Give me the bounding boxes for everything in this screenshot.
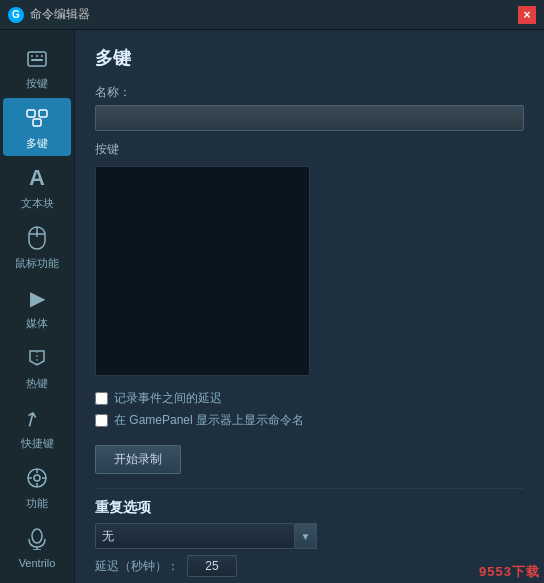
keys-section: 按键 (95, 141, 524, 376)
keys-label: 按键 (95, 141, 524, 158)
title-bar: G 命令编辑器 × (0, 0, 544, 30)
hotkey-icon (23, 344, 51, 372)
delay-row: 延迟（秒钟）： (95, 555, 524, 577)
mouse-icon (23, 224, 51, 252)
svg-point-13 (34, 475, 40, 481)
repeat-section: 重复选项 无 循环 按住时循环 ▼ 延迟（秒钟）： (95, 488, 524, 577)
sidebar-item-shortcut[interactable]: ↗ 快捷键 (3, 398, 71, 456)
svg-rect-5 (27, 110, 35, 117)
checkbox-delay-label: 记录事件之间的延迟 (114, 390, 222, 407)
sidebar: 按键 多键 A 文本块 鼠 (0, 30, 75, 583)
ventrilo-icon (23, 525, 51, 553)
multikey-icon (23, 104, 51, 132)
sidebar-label-hotkey: 热键 (26, 376, 48, 391)
content-area: 多键 名称： 按键 记录事件之间的延迟 在 GamePanel 显示器上显示命令… (75, 30, 544, 583)
sidebar-item-func[interactable]: 功能 (3, 458, 71, 516)
repeat-dropdown-row: 无 循环 按住时循环 ▼ (95, 523, 524, 549)
dropdown-arrow-icon: ▼ (295, 523, 317, 549)
svg-point-18 (32, 529, 42, 543)
sidebar-label-text: 文本块 (21, 196, 54, 211)
app-logo: G (8, 7, 24, 23)
window-title: 命令编辑器 (30, 6, 90, 23)
name-section: 名称： (95, 84, 524, 131)
main-layout: 按键 多键 A 文本块 鼠 (0, 30, 544, 583)
sidebar-item-key[interactable]: 按键 (3, 38, 71, 96)
sidebar-item-multikey[interactable]: 多键 (3, 98, 71, 156)
sidebar-label-media: 媒体 (26, 316, 48, 331)
media-icon: ▶ (23, 284, 51, 312)
checkbox-gamepanel-label: 在 GamePanel 显示器上显示命令名 (114, 412, 304, 429)
checkbox-gamepanel[interactable] (95, 414, 108, 427)
title-bar-left: G 命令编辑器 (8, 6, 90, 23)
options-section: 记录事件之间的延迟 在 GamePanel 显示器上显示命令名 (95, 390, 524, 429)
sidebar-label-shortcut: 快捷键 (21, 436, 54, 451)
sidebar-label-ventrilo: Ventrilo (19, 557, 56, 569)
svg-rect-6 (39, 110, 47, 117)
close-button[interactable]: × (518, 6, 536, 24)
keys-display-area (95, 166, 310, 376)
svg-rect-7 (33, 119, 41, 126)
sidebar-label-key: 按键 (26, 76, 48, 91)
sidebar-label-func: 功能 (26, 496, 48, 511)
sidebar-label-multikey: 多键 (26, 136, 48, 151)
repeat-select[interactable]: 无 循环 按住时循环 (95, 523, 295, 549)
shortcut-icon: ↗ (18, 398, 56, 436)
sidebar-item-mouse[interactable]: 鼠标功能 (3, 218, 71, 276)
delay-label: 延迟（秒钟）： (95, 558, 179, 575)
key-icon (23, 44, 51, 72)
sidebar-label-mouse: 鼠标功能 (15, 256, 59, 271)
sidebar-item-media[interactable]: ▶ 媒体 (3, 278, 71, 336)
page-title: 多键 (95, 46, 524, 70)
func-icon (23, 464, 51, 492)
sidebar-item-ventrilo[interactable]: Ventrilo (3, 518, 71, 576)
checkbox-row-gamepanel[interactable]: 在 GamePanel 显示器上显示命令名 (95, 412, 524, 429)
checkbox-row-delay[interactable]: 记录事件之间的延迟 (95, 390, 524, 407)
name-label: 名称： (95, 84, 524, 101)
delay-input[interactable] (187, 555, 237, 577)
record-button[interactable]: 开始录制 (95, 445, 181, 474)
sidebar-item-text[interactable]: A 文本块 (3, 158, 71, 216)
sidebar-item-hotkey[interactable]: 热键 (3, 338, 71, 396)
repeat-title: 重复选项 (95, 499, 524, 517)
name-input[interactable] (95, 105, 524, 131)
checkbox-delay[interactable] (95, 392, 108, 405)
text-icon: A (23, 164, 51, 192)
